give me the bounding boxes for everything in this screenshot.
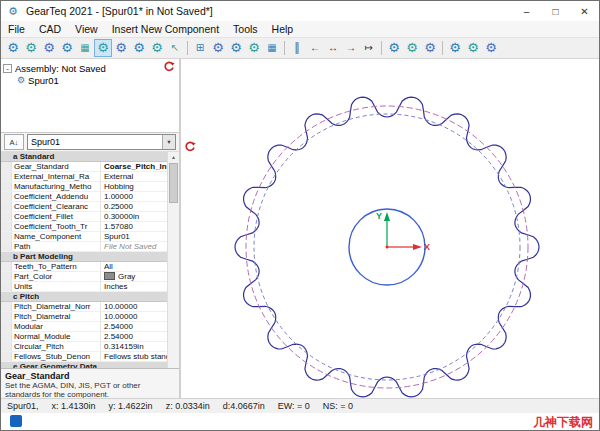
property-help-panel: Gear_Standard Set the AGMA, DIN, JIS, PG… [1,368,179,398]
settings-gear-icon[interactable]: ⚙ [464,39,482,57]
property-row[interactable]: Name_ComponentSpur01 [1,232,167,242]
helical-gear-icon[interactable]: ⚙ [40,39,58,57]
category-row[interactable]: b Part Modeling [1,252,167,262]
status-field: y: 1.4622in [109,401,153,411]
minimize-button[interactable]: – [512,1,541,21]
scroll-up-icon[interactable]: ▲ [171,152,176,161]
property-row[interactable]: UnitsInches [1,282,167,292]
property-row[interactable]: Gear_StandardCoarse_Pitch_Involute [1,162,167,172]
menu-file[interactable]: File [1,21,32,37]
export-icon[interactable]: ⊞ [191,39,209,57]
left-panel: - Assembly: Not Saved ⚙ Spur01 A↓ [1,59,181,398]
property-row[interactable]: Part_ColorGray [1,272,167,282]
color-swatch [104,272,115,280]
property-row[interactable]: Manufacturing_MethoHobbing [1,182,167,192]
tree-item-spur01[interactable]: ⚙ Spur01 [17,74,177,86]
app-window: ⚙ GearTeq 2021 - [Spur01* in Not Saved*]… [0,0,600,431]
step-back-icon[interactable]: ← [306,39,324,57]
tree-root-row[interactable]: - Assembly: Not Saved [3,62,177,74]
help-text: Set the AGMA, DIN, JIS, PGT or other sta… [5,381,175,399]
toolbar-separator [442,41,443,55]
menu-insert-new-component[interactable]: Insert New Component [105,21,226,37]
data-table-icon[interactable]: ▦ [263,39,281,57]
property-row[interactable]: Teeth_To_PatternAll [1,262,167,272]
property-grid-scrollbar[interactable]: ▲ [167,152,179,368]
close-button[interactable]: ✕ [570,1,599,21]
status-field: x: 1.4130in [52,401,96,411]
report-gear-icon[interactable]: ⚙ [421,39,439,57]
help-gear-icon[interactable]: ⚙ [446,39,464,57]
gear-pair-icon[interactable]: ⚙ [385,39,403,57]
tree-root-label: Assembly: Not Saved [15,63,106,74]
category-row[interactable]: c Pitch [1,292,167,302]
run-to-end-icon[interactable]: ↦ [360,39,378,57]
watermark-text: 几神下载网 [533,414,593,431]
property-row[interactable]: PathFile Not Saved [1,242,167,252]
measure-gear-icon[interactable]: ⚙ [227,39,245,57]
scrollbar-thumb[interactable] [169,163,178,203]
gear-drawing[interactable]: YX [181,59,599,403]
tolerance-gear-icon[interactable]: ⚙ [245,39,263,57]
new-assembly-gear-icon[interactable]: ⚙ [4,39,22,57]
property-row[interactable]: Coefficient_Clearanc0.25000 [1,202,167,212]
about-gear-icon[interactable]: ⚙ [482,39,500,57]
refresh-icon[interactable] [163,61,175,75]
help-title: Gear_Standard [5,371,175,381]
toolbar-separator [381,41,382,55]
bevel-gear-icon[interactable]: ⚙ [112,39,130,57]
property-row[interactable]: Coefficient_Addendu1.00000 [1,192,167,202]
toolbar-separator [284,41,285,55]
main-toolbar: ⚙⚙⚙⚙▦⚙⚙⚙⚙↖⊞⚙⚙⚙▦║←↔→↦⚙⚙⚙⚙⚙⚙ [1,38,599,59]
property-row[interactable]: Pitch_Diametral_Norr10.00000 [1,302,167,312]
step-forward-icon[interactable]: → [342,39,360,57]
maximize-button[interactable]: □ [541,1,570,21]
drawing-canvas[interactable]: YX [181,59,599,398]
internal-gear-icon[interactable]: ⚙ [58,39,76,57]
worm-gear-icon[interactable]: ⚙ [94,39,112,57]
pointer-icon[interactable]: ↖ [166,39,184,57]
bottom-strip: 几神下载网 [1,413,599,430]
main-area: - Assembly: Not Saved ⚙ Spur01 A↓ [1,59,599,398]
property-row[interactable]: Fellows_Stub_DenonFellows stub standard [1,352,167,362]
property-row[interactable]: Coefficient_Tooth_Tr1.57080 [1,222,167,232]
component-filter-bar: A↓ Spur01 ▼ [1,133,179,152]
app-icon: ⚙ [5,5,21,18]
property-grid-rows: a StandardGear_StandardCoarse_Pitch_Invo… [1,152,167,368]
property-grid: a StandardGear_StandardCoarse_Pitch_Invo… [1,152,179,368]
gear-rack-icon[interactable]: ▦ [76,39,94,57]
sprocket-icon[interactable]: ⚙ [130,39,148,57]
tree-item-label: Spur01 [28,75,59,86]
property-row[interactable]: Coefficient_Fillet0.30000in [1,212,167,222]
component-select-value: Spur01 [31,137,60,147]
spur-gear-icon[interactable]: ⚙ [22,39,40,57]
property-row[interactable]: External_Internal_RaExternal [1,172,167,182]
menu-help[interactable]: Help [265,21,301,37]
menu-view[interactable]: View [68,21,105,37]
property-row[interactable]: Circular_Pitch0.314159in [1,342,167,352]
gear-node-icon: ⚙ [17,75,25,85]
title-bar: ⚙ GearTeq 2021 - [Spur01* in Not Saved*]… [1,1,599,21]
property-row[interactable]: Pitch_Diametral10.00000 [1,312,167,322]
property-row[interactable]: Normal_Module2.54000 [1,332,167,342]
toolbar-separator [187,41,188,55]
animation-gear-icon[interactable]: ⚙ [403,39,421,57]
menu-cad[interactable]: CAD [32,21,68,37]
window-title: GearTeq 2021 - [Spur01* in Not Saved*] [26,5,213,17]
calculator-gear-icon[interactable]: ⚙ [209,39,227,57]
sort-button[interactable]: A↓ [4,134,24,150]
component-select[interactable]: Spur01 ▼ [27,134,176,150]
chevron-down-icon[interactable]: ▼ [162,135,175,149]
bottom-left-app-icon[interactable] [10,415,22,427]
category-row[interactable]: a Standard [1,152,167,162]
status-field: Spur01, [7,401,39,411]
svg-text:X: X [424,242,430,252]
spline-icon[interactable]: ⚙ [148,39,166,57]
fit-width-icon[interactable]: ↔ [324,39,342,57]
property-row[interactable]: Modular2.54000 [1,322,167,332]
pause-icon[interactable]: ║ [288,39,306,57]
assembly-tree: - Assembly: Not Saved ⚙ Spur01 [1,59,179,133]
rotate-view-icon[interactable] [184,139,196,157]
menu-tools[interactable]: Tools [226,21,265,37]
menu-bar: FileCADViewInsert New ComponentToolsHelp [1,21,599,38]
tree-collapse-icon[interactable]: - [3,64,12,73]
